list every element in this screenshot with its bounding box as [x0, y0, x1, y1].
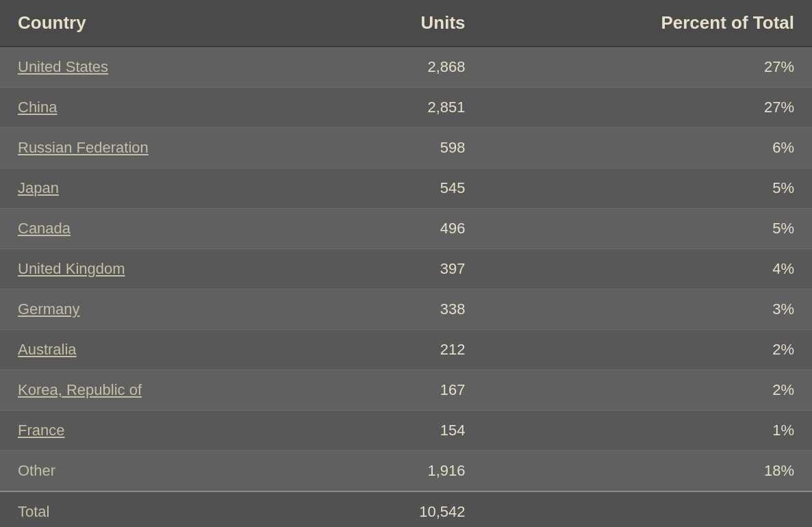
cell-units: 496 — [324, 209, 483, 249]
cell-units: 1,916 — [324, 451, 483, 492]
header-units: Units — [324, 0, 483, 47]
cell-country[interactable]: United States — [0, 47, 324, 88]
cell-country[interactable]: Russian Federation — [0, 128, 324, 168]
header-country: Country — [0, 0, 324, 47]
table-row: China2,85127% — [0, 88, 812, 128]
cell-units: 397 — [324, 249, 483, 290]
table-row: Japan5455% — [0, 168, 812, 209]
cell-percent: 6% — [483, 128, 812, 168]
cell-units: 2,868 — [324, 47, 483, 88]
cell-percent: 2% — [483, 370, 812, 411]
table-container: Country Units Percent of Total United St… — [0, 0, 812, 527]
cell-units: 212 — [324, 330, 483, 370]
total-row: Total10,542 — [0, 491, 812, 527]
table-row: Korea, Republic of1672% — [0, 370, 812, 411]
total-label: Total — [0, 491, 324, 527]
header-percent: Percent of Total — [483, 0, 812, 47]
table-row: Germany3383% — [0, 290, 812, 330]
cell-units: 338 — [324, 290, 483, 330]
cell-country[interactable]: Korea, Republic of — [0, 370, 324, 411]
cell-units: 598 — [324, 128, 483, 168]
cell-percent: 2% — [483, 330, 812, 370]
cell-percent: 1% — [483, 411, 812, 451]
cell-percent: 5% — [483, 209, 812, 249]
cell-country[interactable]: France — [0, 411, 324, 451]
total-percent — [483, 491, 812, 527]
cell-country[interactable]: Japan — [0, 168, 324, 209]
cell-country[interactable]: United Kingdom — [0, 249, 324, 290]
cell-units: 545 — [324, 168, 483, 209]
table-row: Russian Federation5986% — [0, 128, 812, 168]
cell-country[interactable]: Germany — [0, 290, 324, 330]
cell-country[interactable]: Australia — [0, 330, 324, 370]
table-row: Canada4965% — [0, 209, 812, 249]
table-row: France1541% — [0, 411, 812, 451]
cell-units: 167 — [324, 370, 483, 411]
table-header-row: Country Units Percent of Total — [0, 0, 812, 47]
table-row: United Kingdom3974% — [0, 249, 812, 290]
total-units: 10,542 — [324, 491, 483, 527]
cell-country: Other — [0, 451, 324, 492]
cell-country[interactable]: China — [0, 88, 324, 128]
cell-percent: 27% — [483, 47, 812, 88]
data-table: Country Units Percent of Total United St… — [0, 0, 812, 527]
cell-percent: 27% — [483, 88, 812, 128]
cell-percent: 3% — [483, 290, 812, 330]
table-row: Australia2122% — [0, 330, 812, 370]
cell-country[interactable]: Canada — [0, 209, 324, 249]
table-row: United States2,86827% — [0, 47, 812, 88]
cell-percent: 18% — [483, 451, 812, 492]
cell-percent: 4% — [483, 249, 812, 290]
table-row: Other1,91618% — [0, 451, 812, 492]
cell-percent: 5% — [483, 168, 812, 209]
cell-units: 2,851 — [324, 88, 483, 128]
cell-units: 154 — [324, 411, 483, 451]
